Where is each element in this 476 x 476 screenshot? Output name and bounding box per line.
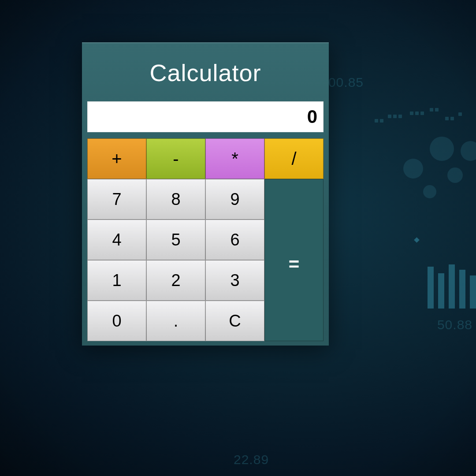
- bg-number: 50.88: [437, 317, 472, 332]
- multiply-button[interactable]: *: [205, 138, 264, 179]
- digit-6-button[interactable]: 6: [205, 219, 264, 260]
- bg-dots: [370, 104, 476, 130]
- digit-4-button[interactable]: 4: [87, 219, 146, 260]
- add-button[interactable]: +: [87, 138, 146, 179]
- bg-bars: [428, 264, 476, 309]
- bg-number: 22.89: [234, 452, 269, 467]
- bg-number: 00.85: [328, 75, 364, 90]
- decimal-button[interactable]: .: [146, 301, 205, 341]
- digit-1-button[interactable]: 1: [87, 260, 146, 301]
- digit-2-button[interactable]: 2: [146, 260, 205, 301]
- app-title: Calculator: [82, 42, 329, 101]
- keypad: + - * / 7 8 9 = 4 5 6 1 2 3 0 . C: [87, 138, 324, 341]
- display[interactable]: 0: [87, 101, 324, 132]
- equals-label: =: [289, 254, 300, 275]
- subtract-button[interactable]: -: [146, 138, 205, 179]
- digit-8-button[interactable]: 8: [146, 179, 205, 219]
- calculator-panel: Calculator 0 + - * / 7 8 9 = 4 5 6 1 2 3…: [82, 42, 329, 346]
- digit-3-button[interactable]: 3: [205, 260, 264, 301]
- digit-9-button[interactable]: 9: [205, 179, 264, 219]
- bg-dot: [414, 237, 420, 243]
- equals-button[interactable]: =: [264, 179, 324, 341]
- display-value: 0: [307, 106, 317, 127]
- digit-5-button[interactable]: 5: [146, 219, 205, 260]
- digit-7-button[interactable]: 7: [87, 179, 146, 219]
- clear-button[interactable]: C: [205, 301, 264, 341]
- digit-0-button[interactable]: 0: [87, 301, 146, 341]
- divide-button[interactable]: /: [264, 138, 324, 179]
